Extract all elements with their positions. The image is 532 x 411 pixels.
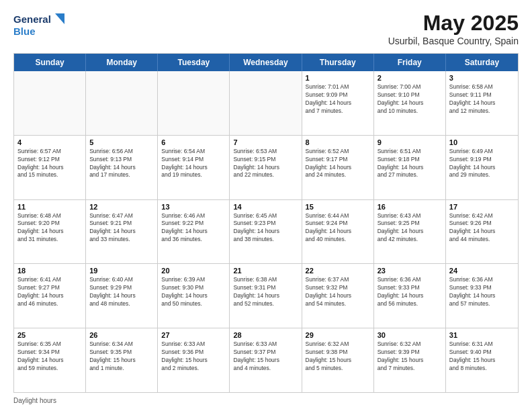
day-info: Sunrise: 6:36 AM Sunset: 9:33 PM Dayligh…: [449, 276, 515, 308]
day-number: 25: [17, 331, 82, 339]
footer-text: Daylight hours: [13, 397, 56, 404]
week-row-2: 11Sunrise: 6:48 AM Sunset: 9:20 PM Dayli…: [14, 200, 518, 265]
day-cell: 5Sunrise: 6:56 AM Sunset: 9:13 PM Daylig…: [86, 136, 158, 199]
day-cell: 20Sunrise: 6:39 AM Sunset: 9:30 PM Dayli…: [158, 264, 230, 328]
day-number: 7: [233, 138, 298, 146]
day-cell: 9Sunrise: 6:51 AM Sunset: 9:18 PM Daylig…: [374, 136, 446, 199]
day-info: Sunrise: 6:57 AM Sunset: 9:12 PM Dayligh…: [17, 148, 82, 180]
day-number: 31: [449, 331, 515, 339]
calendar-body: 1Sunrise: 7:01 AM Sunset: 9:09 PM Daylig…: [14, 71, 518, 392]
day-info: Sunrise: 6:52 AM Sunset: 9:17 PM Dayligh…: [306, 148, 370, 180]
day-info: Sunrise: 6:49 AM Sunset: 9:19 PM Dayligh…: [449, 148, 515, 180]
day-info: Sunrise: 6:41 AM Sunset: 9:27 PM Dayligh…: [17, 276, 82, 308]
svg-text:Blue: Blue: [13, 26, 36, 37]
day-number: 22: [306, 267, 370, 275]
day-info: Sunrise: 6:33 AM Sunset: 9:36 PM Dayligh…: [161, 340, 226, 373]
day-cell: 1Sunrise: 7:01 AM Sunset: 9:09 PM Daylig…: [302, 71, 374, 135]
day-cell: 25Sunrise: 6:35 AM Sunset: 9:34 PM Dayli…: [14, 328, 86, 392]
day-header-sunday: Sunday: [14, 54, 86, 71]
day-info: Sunrise: 6:32 AM Sunset: 9:39 PM Dayligh…: [378, 340, 442, 373]
logo: General Blue: [13, 11, 67, 40]
day-cell: 22Sunrise: 6:37 AM Sunset: 9:32 PM Dayli…: [302, 264, 374, 328]
day-cell: 13Sunrise: 6:46 AM Sunset: 9:22 PM Dayli…: [158, 200, 230, 264]
day-number: 10: [449, 138, 515, 146]
day-header-saturday: Saturday: [446, 54, 518, 71]
day-info: Sunrise: 7:00 AM Sunset: 9:10 PM Dayligh…: [378, 83, 442, 116]
day-cell: [86, 71, 158, 135]
day-header-monday: Monday: [86, 54, 158, 71]
logo-svg: General Blue: [13, 11, 67, 40]
day-cell: 8Sunrise: 6:52 AM Sunset: 9:17 PM Daylig…: [302, 136, 374, 199]
week-row-3: 18Sunrise: 6:41 AM Sunset: 9:27 PM Dayli…: [14, 264, 518, 328]
header: General Blue May 2025 Usurbil, Basque Co…: [13, 11, 519, 46]
day-cell: 4Sunrise: 6:57 AM Sunset: 9:12 PM Daylig…: [14, 136, 86, 199]
day-number: 13: [161, 203, 226, 211]
page: General Blue May 2025 Usurbil, Basque Co…: [0, 0, 532, 411]
day-info: Sunrise: 6:34 AM Sunset: 9:35 PM Dayligh…: [89, 340, 154, 373]
day-cell: 26Sunrise: 6:34 AM Sunset: 9:35 PM Dayli…: [86, 328, 158, 392]
main-title: May 2025: [388, 11, 519, 36]
day-number: 29: [306, 331, 370, 339]
day-info: Sunrise: 6:44 AM Sunset: 9:24 PM Dayligh…: [306, 212, 370, 244]
day-info: Sunrise: 7:01 AM Sunset: 9:09 PM Dayligh…: [306, 83, 370, 116]
day-number: 23: [378, 267, 442, 275]
day-cell: 17Sunrise: 6:42 AM Sunset: 9:26 PM Dayli…: [446, 200, 518, 264]
day-cell: 10Sunrise: 6:49 AM Sunset: 9:19 PM Dayli…: [446, 136, 518, 199]
day-info: Sunrise: 6:53 AM Sunset: 9:15 PM Dayligh…: [233, 148, 298, 180]
day-number: 27: [161, 331, 226, 339]
day-cell: 18Sunrise: 6:41 AM Sunset: 9:27 PM Dayli…: [14, 264, 86, 328]
day-info: Sunrise: 6:40 AM Sunset: 9:29 PM Dayligh…: [89, 276, 154, 308]
footer: Daylight hours: [13, 397, 519, 404]
day-cell: [158, 71, 230, 135]
day-cell: 12Sunrise: 6:47 AM Sunset: 9:21 PM Dayli…: [86, 200, 158, 264]
day-number: 17: [449, 203, 515, 211]
day-number: 20: [161, 267, 226, 275]
day-number: 19: [89, 267, 154, 275]
day-cell: 27Sunrise: 6:33 AM Sunset: 9:36 PM Dayli…: [158, 328, 230, 392]
day-number: 30: [378, 331, 442, 339]
day-headers: SundayMondayTuesdayWednesdayThursdayFrid…: [14, 54, 518, 71]
day-info: Sunrise: 6:58 AM Sunset: 9:11 PM Dayligh…: [449, 83, 515, 116]
day-cell: 24Sunrise: 6:36 AM Sunset: 9:33 PM Dayli…: [446, 264, 518, 328]
day-info: Sunrise: 6:45 AM Sunset: 9:23 PM Dayligh…: [233, 212, 298, 244]
day-cell: 11Sunrise: 6:48 AM Sunset: 9:20 PM Dayli…: [14, 200, 86, 264]
day-number: 9: [378, 138, 442, 146]
day-cell: 7Sunrise: 6:53 AM Sunset: 9:15 PM Daylig…: [230, 136, 302, 199]
day-header-wednesday: Wednesday: [230, 54, 302, 71]
day-number: 4: [17, 138, 82, 146]
day-cell: 19Sunrise: 6:40 AM Sunset: 9:29 PM Dayli…: [86, 264, 158, 328]
day-info: Sunrise: 6:46 AM Sunset: 9:22 PM Dayligh…: [161, 212, 226, 244]
day-number: 15: [306, 203, 370, 211]
day-number: 18: [17, 267, 82, 275]
day-cell: 28Sunrise: 6:33 AM Sunset: 9:37 PM Dayli…: [230, 328, 302, 392]
day-cell: 2Sunrise: 7:00 AM Sunset: 9:10 PM Daylig…: [374, 71, 446, 135]
day-info: Sunrise: 6:48 AM Sunset: 9:20 PM Dayligh…: [17, 212, 82, 244]
day-header-thursday: Thursday: [302, 54, 374, 71]
day-number: 11: [17, 203, 82, 211]
week-row-1: 4Sunrise: 6:57 AM Sunset: 9:12 PM Daylig…: [14, 136, 518, 200]
subtitle: Usurbil, Basque Country, Spain: [388, 36, 519, 46]
day-cell: 3Sunrise: 6:58 AM Sunset: 9:11 PM Daylig…: [446, 71, 518, 135]
day-number: 28: [233, 331, 298, 339]
day-cell: [14, 71, 86, 135]
day-cell: 14Sunrise: 6:45 AM Sunset: 9:23 PM Dayli…: [230, 200, 302, 264]
day-info: Sunrise: 6:38 AM Sunset: 9:31 PM Dayligh…: [233, 276, 298, 308]
week-row-0: 1Sunrise: 7:01 AM Sunset: 9:09 PM Daylig…: [14, 71, 518, 136]
day-info: Sunrise: 6:32 AM Sunset: 9:38 PM Dayligh…: [306, 340, 370, 373]
day-info: Sunrise: 6:43 AM Sunset: 9:25 PM Dayligh…: [378, 212, 442, 244]
day-cell: 16Sunrise: 6:43 AM Sunset: 9:25 PM Dayli…: [374, 200, 446, 264]
day-cell: 23Sunrise: 6:36 AM Sunset: 9:33 PM Dayli…: [374, 264, 446, 328]
week-row-4: 25Sunrise: 6:35 AM Sunset: 9:34 PM Dayli…: [14, 328, 518, 392]
day-cell: 6Sunrise: 6:54 AM Sunset: 9:14 PM Daylig…: [158, 136, 230, 199]
day-cell: 31Sunrise: 6:31 AM Sunset: 9:40 PM Dayli…: [446, 328, 518, 392]
day-number: 14: [233, 203, 298, 211]
day-info: Sunrise: 6:37 AM Sunset: 9:32 PM Dayligh…: [306, 276, 370, 308]
day-number: 8: [306, 138, 370, 146]
title-block: May 2025 Usurbil, Basque Country, Spain: [388, 11, 519, 46]
day-number: 21: [233, 267, 298, 275]
day-number: 16: [378, 203, 442, 211]
svg-text:General: General: [13, 13, 51, 25]
day-info: Sunrise: 6:31 AM Sunset: 9:40 PM Dayligh…: [449, 340, 515, 373]
day-cell: 29Sunrise: 6:32 AM Sunset: 9:38 PM Dayli…: [302, 328, 374, 392]
day-info: Sunrise: 6:36 AM Sunset: 9:33 PM Dayligh…: [378, 276, 442, 308]
